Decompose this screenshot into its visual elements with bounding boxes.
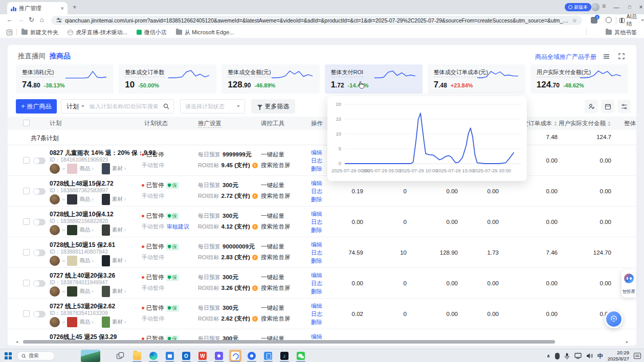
delete-link[interactable]: 删除 [311, 226, 322, 234]
material-link[interactable]: 素材 › [112, 319, 126, 326]
taskbar-app-wps-office[interactable]: W [196, 350, 209, 362]
search-first-screen-link[interactable]: 搜索抢首屏 [261, 284, 291, 292]
product-link[interactable]: 商品 › [79, 257, 93, 264]
task-view-icon[interactable] [117, 352, 124, 359]
bookmark-star-icon[interactable]: ☆ [572, 17, 577, 24]
home-icon[interactable]: ⌂ [40, 16, 44, 24]
other-bookmarks-button[interactable]: 其他书签 [606, 27, 637, 38]
log-link[interactable]: 日志 [311, 279, 322, 287]
browser-menu-icon[interactable]: ≡ [602, 3, 606, 10]
metric-column-header[interactable]: 用户实际支付金额 [540, 120, 611, 127]
plan-status-select[interactable]: 请选择计划状态 [180, 99, 245, 114]
stat-card[interactable]: 用户实际支付金额(元) 124 .70 -48.62% [530, 64, 628, 94]
refresh-icon[interactable]: ↻ [29, 16, 34, 24]
row-checkbox[interactable] [23, 218, 30, 225]
col-actions[interactable]: 操作 [311, 120, 323, 127]
stat-card[interactable]: 整体成交金额(元) 128 .90 -46.89% [221, 64, 319, 94]
material-link[interactable]: 素材 › [112, 165, 126, 172]
review-suggestion-link[interactable]: 审核建议 [167, 223, 189, 230]
delete-link[interactable]: 删除 [311, 287, 322, 296]
taskbar-app-purple-app[interactable] [213, 350, 225, 362]
custom-column-icon[interactable] [585, 100, 598, 113]
horizontal-scrollbar[interactable]: ◂ ▸ [16, 340, 628, 344]
bookmark-item[interactable]: 从 Microsoft Edge... [176, 29, 234, 36]
mouse-device-icon[interactable] [555, 353, 560, 359]
taskbar-app-edge-browser[interactable] [147, 350, 160, 362]
scroll-left-icon[interactable]: ◂ [16, 340, 18, 344]
taskbar-app-mobile-app[interactable] [262, 350, 274, 362]
stat-card[interactable]: 整体成交订单成本(元) 7 .48 +23.84% [428, 64, 525, 94]
log-link[interactable]: 日志 [311, 310, 322, 318]
search-first-screen-link[interactable]: 搜索抢首屏 [261, 315, 291, 323]
edit-link[interactable]: 编辑 [311, 302, 322, 310]
edit-link[interactable]: 编辑 [311, 332, 322, 340]
tab-promote-liveroom[interactable]: 推直播间 [18, 52, 46, 61]
window-minimize-button[interactable]: — [612, 3, 621, 12]
product-link[interactable]: 商品 › [79, 288, 93, 295]
browser-tab[interactable]: 推广管理 × [7, 2, 68, 14]
taskbar-app-qianchuan-chat-app[interactable] [229, 350, 241, 362]
delete-link[interactable]: 删除 [311, 318, 322, 326]
info-icon[interactable] [252, 285, 258, 291]
zhitouxing-widget[interactable]: 智投星 [621, 270, 636, 298]
promote-product-button[interactable]: +推广商品 [16, 99, 57, 114]
tab-promote-product[interactable]: 推商品 [50, 52, 71, 61]
stat-card[interactable]: 整体支付ROI 1 .72 -14.43% [325, 64, 423, 94]
col-plan[interactable]: 计划 [50, 120, 61, 127]
search-type-select[interactable]: 计划 [61, 102, 81, 111]
col-promo-settings[interactable]: 推广设置 [198, 120, 221, 128]
network-icon[interactable] [574, 353, 582, 359]
info-icon[interactable] [252, 193, 258, 199]
plan-search-group[interactable]: 计划 [61, 99, 174, 114]
stat-card[interactable]: 整体成交订单数 10 -50.00% [119, 64, 216, 94]
delete-link[interactable]: 删除 [311, 257, 322, 265]
delete-link[interactable]: 删除 [311, 165, 322, 173]
material-link[interactable]: 素材 › [112, 257, 126, 264]
edit-link[interactable]: 编辑 [311, 210, 322, 218]
extension-icon[interactable]: 1 [591, 17, 597, 24]
microphone-icon[interactable] [564, 353, 570, 359]
row-toggle[interactable] [33, 250, 46, 256]
more-filter-button[interactable]: 更多筛选 [251, 99, 295, 114]
plan-title[interactable]: 0726线上45 退25 保3.29 [50, 333, 117, 340]
row-toggle[interactable] [33, 157, 46, 164]
tab-close-icon[interactable]: × [61, 6, 64, 11]
row-checkbox[interactable] [23, 280, 30, 286]
start-button[interactable] [5, 352, 12, 359]
taskbar-app-wechat[interactable] [295, 350, 307, 362]
edit-link[interactable]: 编辑 [311, 271, 322, 279]
log-link[interactable]: 日志 [311, 218, 322, 226]
row-toggle[interactable] [33, 280, 46, 287]
row-toggle[interactable] [33, 311, 46, 318]
row-checkbox[interactable] [23, 188, 30, 194]
row-checkbox[interactable] [23, 157, 30, 164]
taskbar-app-douyin[interactable]: ♪ [278, 350, 291, 362]
material-link[interactable]: 素材 › [112, 227, 126, 234]
edit-link[interactable]: 编辑 [311, 148, 322, 156]
taskbar-app-microsoft-store[interactable] [164, 350, 176, 362]
search-first-screen-link[interactable]: 搜索抢首屏 [261, 192, 291, 200]
row-toggle[interactable] [33, 188, 46, 195]
one-key-boost-link[interactable]: 一键起量 [261, 335, 291, 340]
window-maximize-button[interactable]: □ [625, 3, 634, 12]
new-tab-button[interactable]: + [73, 3, 77, 11]
list-settings-icon[interactable] [601, 51, 612, 61]
bookmark-item[interactable]: 微信小店 [137, 29, 167, 36]
calendar-icon[interactable] [601, 100, 614, 113]
ai-summary-button[interactable]: AI总结 [619, 16, 644, 25]
back-icon[interactable]: ← [6, 16, 13, 24]
info-icon[interactable] [252, 163, 258, 168]
one-key-boost-link[interactable]: 一键起量 [261, 243, 291, 251]
log-link[interactable]: 日志 [311, 248, 322, 257]
plan-search-input[interactable] [84, 103, 163, 109]
taskbar-clock[interactable]: 20:29 2025/8/27 [608, 350, 629, 362]
log-link[interactable]: 日志 [311, 187, 322, 195]
scrollbar-thumb[interactable] [23, 340, 555, 344]
fullscreen-icon[interactable] [616, 51, 627, 61]
url-bar[interactable]: qianchuan.jinritemai.com/uni-prom?aavid=… [51, 16, 582, 25]
one-key-boost-link[interactable]: 一键起量 [261, 212, 291, 220]
search-first-screen-link[interactable]: 搜索抢首屏 [261, 162, 291, 169]
info-icon[interactable] [252, 224, 258, 230]
product-manual-link[interactable]: 商品全域推广产品手册 [535, 53, 596, 61]
product-link[interactable]: 商品 › [79, 227, 93, 234]
